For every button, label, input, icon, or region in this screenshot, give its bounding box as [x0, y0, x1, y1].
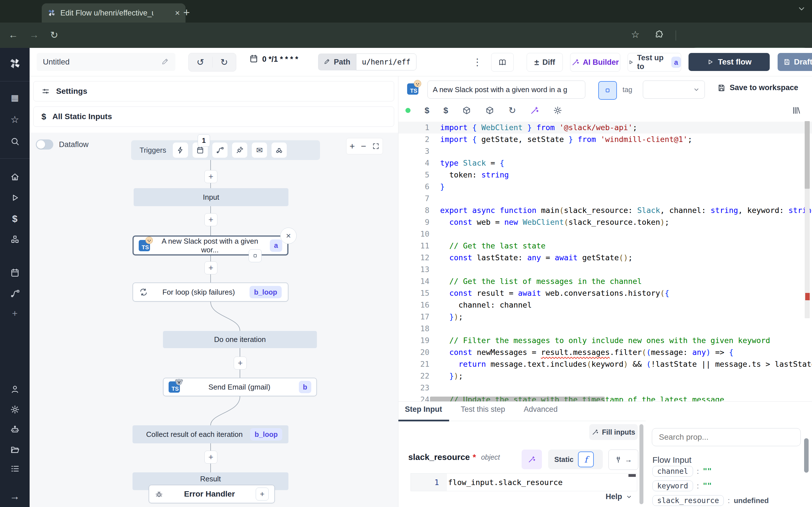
tag-select[interactable] [643, 80, 705, 99]
editor-scrollbar-thumb[interactable] [805, 121, 810, 189]
code-line[interactable]: 11 // Get the last state [398, 240, 812, 252]
edit-name-pencil-icon[interactable] [161, 57, 169, 66]
code-line[interactable]: 2import { getState, setState } from 'win… [398, 133, 812, 145]
sidebar-expand-icon[interactable]: → [0, 486, 30, 506]
schedule-cron[interactable]: 0 */1 * * * * [249, 54, 298, 64]
code-line[interactable]: 9 const web = new WebClient(slack_resour… [398, 216, 812, 228]
flow-input-prop-row[interactable]: keyword:"" [652, 481, 805, 491]
code-line[interactable]: 8export async function main(slack_resour… [398, 205, 812, 216]
poll-trigger-icon[interactable] [271, 143, 287, 158]
node-forloop[interactable]: For loop (skip failures) b_loop [133, 283, 289, 302]
sidebar-item-workers[interactable] [0, 420, 30, 440]
add-error-handler-button[interactable]: + [256, 488, 269, 501]
editor-settings-gear-icon[interactable] [553, 106, 562, 115]
sidebar-item-variables[interactable]: $ [0, 209, 30, 229]
websocket-trigger-icon[interactable] [232, 143, 247, 158]
route-trigger-icon[interactable] [212, 143, 227, 158]
sidebar-item-workspace[interactable]: ▦ [0, 87, 30, 108]
triggers-bar[interactable]: Triggers ✉ [131, 140, 320, 160]
package-icon[interactable] [462, 106, 471, 115]
expr-code[interactable]: flow_input.slack_resource [447, 473, 637, 491]
sidebar-item-folders[interactable] [0, 439, 30, 460]
extensions-icon[interactable] [654, 30, 664, 42]
arg-ai-wand-button[interactable] [522, 450, 542, 469]
help-toggle[interactable]: Help [606, 492, 632, 501]
variables-icon[interactable]: $ [424, 106, 429, 115]
code-line[interactable]: 18 [398, 323, 812, 335]
ai-wand-icon[interactable] [530, 106, 539, 115]
code-line[interactable]: 7 [398, 193, 812, 205]
editor-horizontal-scrollbar[interactable] [430, 397, 605, 401]
stop-after-step-button[interactable] [249, 249, 262, 262]
code-editor[interactable]: 1import { WebClient } from '@slack/web-a… [398, 119, 812, 401]
code-line[interactable]: 4type Slack = { [398, 157, 812, 169]
flow-input-prop-row[interactable]: channel:"" [652, 466, 805, 476]
code-line[interactable]: 23 [398, 382, 812, 394]
sidebar-item-home[interactable] [0, 167, 30, 187]
more-options-kebab-icon[interactable]: ⋮ [472, 56, 482, 68]
code-line[interactable]: 21 return message.text.includes(keyword)… [398, 358, 812, 370]
sidebar-item-resources[interactable] [0, 229, 30, 249]
node-error-handler[interactable]: Error Handler + [149, 485, 275, 503]
delete-step-button[interactable]: × [280, 228, 297, 244]
diff-button[interactable]: ± Diff [527, 53, 563, 71]
search-prop-input[interactable] [652, 428, 801, 446]
arg-expression-editor[interactable]: 1 flow_input.slack_resource [410, 473, 637, 491]
tab-search-chevron-icon[interactable] [797, 4, 809, 16]
prop-key-pill[interactable]: channel [652, 466, 693, 476]
step-input-scrollbar[interactable] [640, 424, 644, 504]
sidebar-item-settings[interactable] [0, 399, 30, 420]
forward-icon[interactable]: → [29, 29, 39, 40]
library-icon[interactable] [792, 106, 801, 115]
code-line[interactable]: 19 // Filter the messages to only includ… [398, 335, 812, 346]
sidebar-item-users[interactable] [0, 379, 30, 399]
reset-icon[interactable]: ↻ [508, 105, 516, 116]
node-do-one-iteration[interactable]: Do one iteration [163, 331, 317, 348]
draft-button[interactable]: Draft [777, 53, 812, 71]
flow-input-prop-row[interactable]: slack_resource:undefined [652, 495, 805, 506]
dataflow-toggle[interactable] [36, 139, 53, 150]
static-mode-label[interactable]: Static [554, 455, 573, 464]
node-slack-step[interactable]: TS A new Slack post with a given wor... … [133, 235, 289, 256]
tab-step-input[interactable]: Step Input [405, 405, 442, 414]
email-trigger-icon[interactable]: ✉ [252, 143, 267, 158]
add-step-button[interactable]: + [204, 451, 217, 464]
ai-builder-button[interactable]: AI Builder [570, 53, 620, 71]
node-input[interactable]: Input [134, 188, 289, 206]
package-icon[interactable] [485, 106, 494, 115]
sidebar-item-schedules[interactable] [0, 263, 30, 283]
add-step-button[interactable]: + [204, 213, 217, 226]
code-line[interactable]: 6} [398, 181, 812, 193]
resources-icon[interactable]: $ [444, 106, 448, 115]
docs-button[interactable] [491, 53, 514, 71]
test-up-to-button[interactable]: Test up to a [627, 53, 681, 71]
code-line[interactable]: 1import { WebClient } from '@slack/web-a… [398, 122, 812, 133]
code-line[interactable]: 22 }); [398, 370, 812, 382]
browser-tab[interactable]: Edit Flow u/henri/effective_un × [42, 3, 186, 22]
code-line[interactable]: 12 const lastState: any = await getState… [398, 252, 812, 264]
sidebar-item-favorites[interactable]: ☆ [0, 109, 30, 129]
redo-button[interactable]: ↻ [213, 57, 236, 68]
cache-toggle-button[interactable] [598, 81, 617, 100]
prop-key-pill[interactable]: keyword [652, 481, 693, 491]
node-send-email[interactable]: TS Send Email (gmail) b [163, 378, 317, 396]
code-line[interactable]: 17 }); [398, 311, 812, 323]
flow-settings-row[interactable]: Settings [33, 81, 394, 101]
tab-advanced[interactable]: Advanced [524, 405, 558, 414]
windmill-logo[interactable] [0, 54, 30, 74]
reload-icon[interactable]: ↻ [50, 29, 58, 41]
prop-key-pill[interactable]: slack_resource [652, 495, 724, 506]
code-line[interactable]: 20 const newMessages = result.messages.f… [398, 346, 812, 358]
sidebar-item-routes[interactable] [0, 283, 30, 304]
props-scrollbar[interactable] [804, 438, 809, 473]
fullscreen-icon[interactable] [372, 143, 379, 150]
expression-mode-button[interactable]: f [578, 452, 594, 467]
code-line[interactable]: 5 token: string [398, 169, 812, 181]
sidebar-item-add[interactable]: + [0, 303, 30, 323]
new-tab-button[interactable]: + [183, 6, 190, 19]
path-toggle[interactable]: Path u/henri/eff [318, 54, 416, 70]
step-name-input[interactable] [427, 80, 585, 99]
flow-name-field[interactable]: Untitled [37, 53, 175, 71]
code-line[interactable]: 3 [398, 145, 812, 157]
sidebar-item-runs[interactable] [0, 187, 30, 208]
